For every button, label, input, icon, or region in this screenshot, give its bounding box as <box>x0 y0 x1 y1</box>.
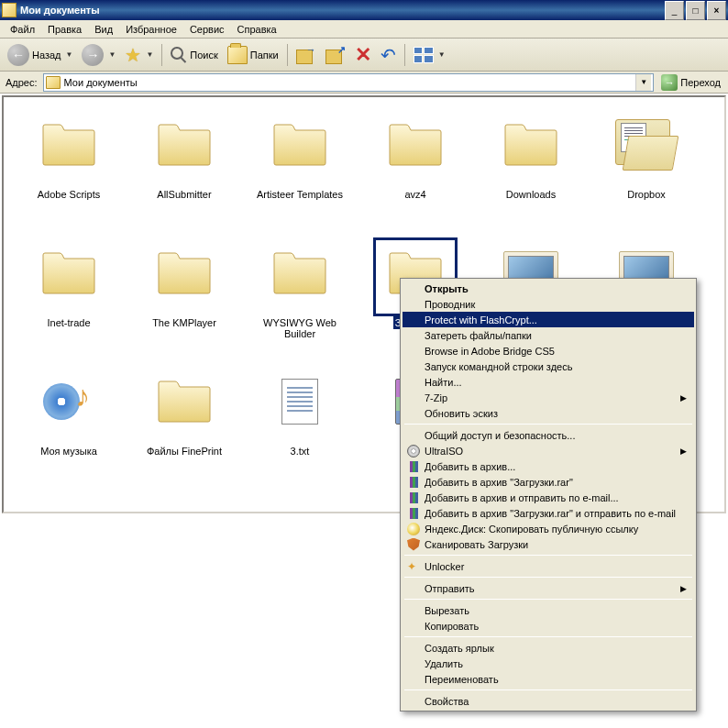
context-menu-item[interactable]: Копировать <box>403 618 694 634</box>
context-menu-label: Переименовать <box>425 674 499 685</box>
separator <box>161 44 162 66</box>
address-bar: Адрес: Мои документы ▼ → Переход <box>0 72 728 94</box>
delete-button[interactable]: ✕ <box>351 41 375 69</box>
context-menu-item[interactable]: Запуск командной строки здесь <box>403 358 694 374</box>
file-icon <box>268 119 332 171</box>
context-menu-label: Добавить в архив "Загрузки.rar" <box>425 477 573 488</box>
file-icon-wrapper <box>604 109 689 188</box>
file-label: Downloads <box>504 188 557 201</box>
file-label: 3.txt <box>289 445 312 458</box>
context-menu-label: Unlocker <box>425 561 464 572</box>
context-menu-item[interactable]: Открыть <box>403 281 694 296</box>
file-item[interactable]: Artisteer Templates <box>242 105 358 233</box>
views-button[interactable]: ▼ <box>410 41 449 69</box>
context-menu-label: Создать ярлык <box>425 643 494 654</box>
file-item[interactable]: Adobe Scripts <box>11 105 127 233</box>
menu-file[interactable]: Файл <box>4 22 41 37</box>
context-menu-item[interactable]: Отправить▶ <box>403 580 694 596</box>
file-item[interactable]: Inet-trade <box>11 233 127 361</box>
favorites-button[interactable]: ★▼ <box>121 41 157 69</box>
file-icon <box>152 248 216 299</box>
toolbar: ← Назад ▼ → ▼ ★▼ Поиск Папки ✕ ↶ ▼ <box>0 39 728 72</box>
file-icon <box>383 119 447 171</box>
context-menu-item[interactable]: Проводник <box>403 296 694 312</box>
context-menu-item[interactable]: 7-Zip▶ <box>403 390 694 405</box>
context-menu-item[interactable]: Unlocker <box>403 558 694 574</box>
books-icon <box>406 475 421 490</box>
context-menu-item[interactable]: Создать ярлык <box>403 640 694 656</box>
file-item[interactable]: Downloads <box>473 105 589 233</box>
context-menu-item[interactable]: Добавить в архив "Загрузки.rar" <box>403 474 694 490</box>
context-menu-item[interactable]: Protect with FlashCrypt... <box>403 312 694 327</box>
address-input[interactable]: Мои документы ▼ <box>43 73 655 92</box>
search-button[interactable]: Поиск <box>167 41 221 69</box>
context-menu-item[interactable]: Вырезать <box>403 602 694 618</box>
window-controls: _ □ × <box>665 1 726 20</box>
separator <box>287 44 288 66</box>
maximize-button[interactable]: □ <box>686 1 705 20</box>
context-menu-item[interactable]: Затереть файлы/папки <box>403 327 694 343</box>
file-item[interactable]: AllSubmitter <box>127 105 242 233</box>
folders-button[interactable]: Папки <box>224 41 282 69</box>
context-menu-item[interactable]: Яндекс.Диск: Скопировать публичную ссылк… <box>403 521 694 536</box>
context-menu-item[interactable]: Удалить <box>403 656 694 671</box>
menu-service[interactable]: Сервис <box>183 22 231 37</box>
context-menu-label: Добавить в архив "Загрузки.rar" и отправ… <box>425 508 676 519</box>
undo-icon: ↶ <box>381 44 396 66</box>
file-item[interactable]: avz4 <box>358 105 473 233</box>
context-menu-label: Browse in Adobe Bridge CS5 <box>425 346 555 357</box>
file-icon: ♪ <box>37 376 101 427</box>
copy-button[interactable] <box>322 41 349 69</box>
file-icon-wrapper <box>489 109 573 188</box>
folders-label: Папки <box>250 50 279 61</box>
books-icon <box>406 506 421 521</box>
context-menu-item[interactable]: Найти... <box>403 374 694 390</box>
context-menu-item[interactable]: Добавить в архив "Загрузки.rar" и отправ… <box>403 505 694 521</box>
file-item[interactable]: Dropbox <box>589 105 704 233</box>
context-menu-item[interactable]: Переименовать <box>403 671 694 687</box>
back-label: Назад <box>32 50 61 61</box>
context-menu-item[interactable]: Свойства <box>403 693 694 709</box>
context-menu-label: Обновить эскиз <box>425 408 498 419</box>
context-menu-separator <box>404 577 692 578</box>
menu-favorites[interactable]: Избранное <box>119 22 183 37</box>
minimize-button[interactable]: _ <box>665 1 684 20</box>
menu-help[interactable]: Справка <box>231 22 283 37</box>
context-menu-label: Отправить <box>425 583 475 594</box>
copy-icon <box>325 46 346 64</box>
file-icon-wrapper <box>258 366 342 445</box>
file-label: The KMPlayer <box>150 316 218 329</box>
file-item[interactable]: ♪Моя музыка <box>11 361 127 490</box>
undo-button[interactable]: ↶ <box>377 41 400 69</box>
file-item[interactable]: WYSIWYG Web Builder <box>242 233 358 361</box>
close-button[interactable]: × <box>707 1 726 20</box>
search-icon <box>171 47 187 63</box>
menu-edit[interactable]: Правка <box>41 22 88 37</box>
file-item[interactable]: The KMPlayer <box>127 233 242 361</box>
context-menu-item[interactable]: Browse in Adobe Bridge CS5 <box>403 343 694 358</box>
move-button[interactable] <box>292 41 320 69</box>
address-dropdown[interactable]: ▼ <box>635 74 651 91</box>
go-button[interactable]: → Переход <box>657 74 724 91</box>
books-icon <box>406 459 421 474</box>
file-item[interactable]: 3.txt <box>242 361 358 490</box>
disc-icon <box>406 444 421 458</box>
context-menu-item[interactable]: Обновить эскиз <box>403 405 694 421</box>
submenu-arrow-icon: ▶ <box>680 584 687 593</box>
context-menu-item[interactable]: UltraISO▶ <box>403 443 694 458</box>
context-menu-item[interactable]: Сканировать Загрузки <box>403 536 694 552</box>
context-menu-item[interactable]: Добавить в архив и отправить по e-mail..… <box>403 490 694 505</box>
forward-button[interactable]: → ▼ <box>78 41 119 69</box>
context-menu-label: 7-Zip <box>425 392 447 403</box>
context-menu-item[interactable]: Добавить в архив... <box>403 458 694 474</box>
file-icon-wrapper: ♪ <box>27 366 111 445</box>
back-button[interactable]: ← Назад ▼ <box>4 41 76 69</box>
file-item[interactable]: Файлы FinePrint <box>127 361 242 490</box>
shield-icon <box>406 537 421 552</box>
context-menu-label: Свойства <box>425 696 469 707</box>
context-menu-item[interactable]: Общий доступ и безопасность... <box>403 427 694 443</box>
context-menu-label: Protect with FlashCrypt... <box>425 314 537 325</box>
address-value: Мои документы <box>64 77 636 88</box>
menu-view[interactable]: Вид <box>88 22 119 37</box>
folder-icon <box>46 76 61 89</box>
